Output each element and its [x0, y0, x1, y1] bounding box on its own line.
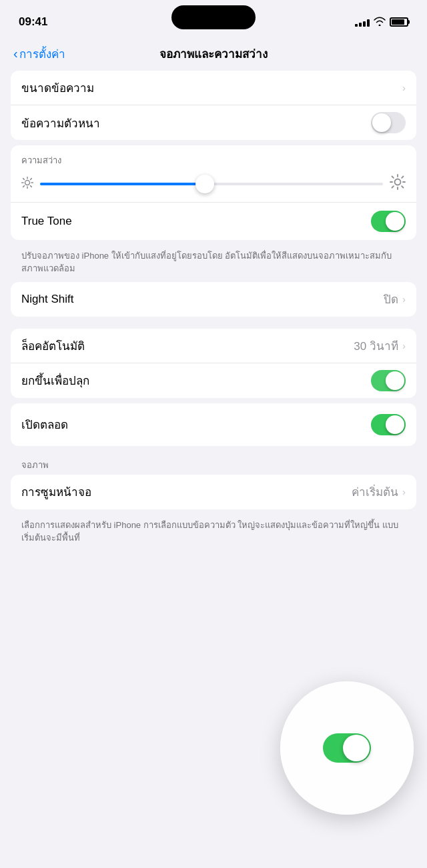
- true-tone-row[interactable]: True Tone: [21, 203, 406, 232]
- battery-icon: [390, 17, 408, 27]
- zoom-circle-overlay: [280, 681, 414, 815]
- auto-lock-right: 30 วินาที ›: [354, 337, 406, 355]
- slider-thumb: [195, 175, 214, 193]
- brightness-section-label: ความสว่าง: [21, 153, 406, 167]
- toggle-thumb: [386, 415, 404, 434]
- chevron-right-icon: ›: [402, 340, 406, 351]
- phone-frame: 09:41 ‹ การตั้งค่า: [0, 0, 427, 868]
- display-group: การซูมหน้าจอ ค่าเริ่มต้น ›: [11, 475, 416, 509]
- night-shift-label: Night Shift: [21, 293, 73, 306]
- toggle-thumb: [386, 371, 404, 390]
- sun-large-icon: [390, 174, 406, 194]
- auto-lock-label: ล็อคอัตโนมัติ: [21, 337, 85, 355]
- autolock-group: ล็อคอัตโนมัติ 30 วินาที › ยกขึ้นเพื่อปลุ…: [11, 329, 416, 398]
- svg-line-7: [31, 179, 32, 180]
- true-tone-label: True Tone: [21, 215, 72, 228]
- wifi-icon: [374, 17, 386, 28]
- toggle-thumb: [372, 113, 391, 132]
- true-tone-toggle[interactable]: [371, 211, 406, 232]
- raise-to-wake-label: ยกขึ้นเพื่อปลุก: [21, 371, 89, 389]
- display-description: เลือกการแสดงผลสำหรับ iPhone การเลือกแบบข…: [11, 515, 416, 551]
- signal-icon: [355, 17, 370, 27]
- bold-text-row[interactable]: ข้อความตัวหนา: [11, 105, 416, 140]
- svg-line-16: [402, 177, 403, 178]
- chevron-right-icon: ›: [402, 486, 406, 497]
- nav-bar: ‹ การตั้งค่า จอภาพและความสว่าง: [0, 36, 427, 71]
- text-size-right: ›: [402, 82, 406, 93]
- display-zoom-label: การซูมหน้าจอ: [21, 483, 91, 501]
- chevron-right-icon: ›: [402, 82, 406, 93]
- svg-point-0: [25, 181, 30, 185]
- dynamic-island: [171, 5, 256, 29]
- status-bar: 09:41: [0, 0, 427, 36]
- display-zoom-right: ค่าเริ่มต้น ›: [352, 483, 406, 501]
- back-button[interactable]: ‹ การตั้งค่า: [13, 45, 65, 63]
- always-on-label: เปิดตลอด: [21, 415, 68, 433]
- night-shift-right: ปิด ›: [384, 290, 406, 308]
- bold-text-toggle[interactable]: [371, 112, 406, 133]
- settings-content: ขนาดข้อความ › ข้อความตัวหนา ความสว่าง: [0, 71, 427, 551]
- text-size-label: ขนาดข้อความ: [21, 79, 94, 97]
- back-label: การตั้งค่า: [19, 45, 65, 63]
- chevron-right-icon: ›: [402, 293, 406, 305]
- bold-text-label: ข้อความตัวหนา: [21, 114, 100, 132]
- svg-line-17: [392, 186, 394, 187]
- brightness-slider[interactable]: [40, 183, 383, 185]
- back-chevron-icon: ‹: [13, 46, 18, 61]
- display-section-label: จอภาพ: [11, 458, 416, 475]
- slider-fill: [40, 183, 205, 185]
- always-on-row[interactable]: เปิดตลอด: [11, 403, 416, 446]
- night-shift-value: ปิด: [384, 290, 398, 308]
- svg-line-15: [402, 186, 403, 187]
- text-settings-group: ขนาดข้อความ › ข้อความตัวหนา: [11, 71, 416, 140]
- sun-small-icon: [21, 177, 33, 191]
- toggle-thumb: [386, 212, 404, 231]
- raise-to-wake-row[interactable]: ยกขึ้นเพื่อปลุก: [11, 363, 416, 398]
- status-icons: [355, 17, 408, 28]
- zoom-toggle-thumb: [343, 735, 370, 761]
- svg-line-6: [31, 186, 32, 187]
- true-tone-description: ปรับจอภาพของ iPhone ให้เข้ากับแสงที่อยู่…: [11, 245, 416, 282]
- auto-lock-row[interactable]: ล็อคอัตโนมัติ 30 วินาที ›: [11, 329, 416, 363]
- auto-lock-value: 30 วินาที: [354, 337, 398, 355]
- always-on-group: เปิดตลอด: [11, 403, 416, 446]
- display-zoom-value: ค่าเริ่มต้น: [352, 483, 398, 501]
- zoom-toggle-large[interactable]: [323, 733, 371, 763]
- page-title: จอภาพและความสว่าง: [159, 45, 268, 63]
- always-on-toggle[interactable]: [371, 414, 406, 435]
- svg-line-14: [392, 177, 394, 178]
- night-shift-group: Night Shift ปิด ›: [11, 282, 416, 317]
- status-time: 09:41: [19, 15, 47, 29]
- raise-to-wake-toggle[interactable]: [371, 370, 406, 391]
- svg-point-9: [395, 179, 401, 185]
- brightness-slider-row: [21, 174, 406, 194]
- svg-line-5: [23, 179, 25, 180]
- text-size-row[interactable]: ขนาดข้อความ ›: [11, 71, 416, 105]
- night-shift-row[interactable]: Night Shift ปิด ›: [11, 282, 416, 317]
- display-zoom-row[interactable]: การซูมหน้าจอ ค่าเริ่มต้น ›: [11, 475, 416, 509]
- svg-line-8: [23, 186, 25, 187]
- brightness-group: ความสว่าง: [11, 145, 416, 240]
